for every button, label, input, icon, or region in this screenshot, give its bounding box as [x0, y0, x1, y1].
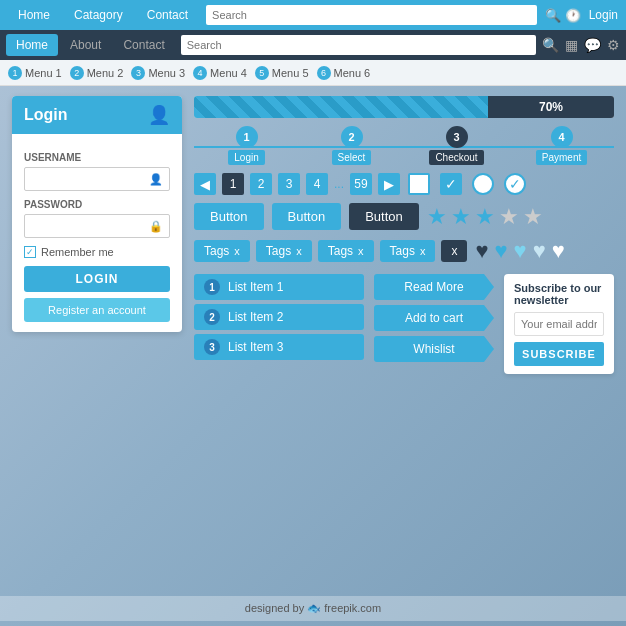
- star-3[interactable]: ★: [475, 204, 495, 230]
- nav1-home[interactable]: Home: [8, 4, 60, 26]
- list-item-1: 1 List Item 1: [194, 274, 364, 300]
- heart-5[interactable]: ♥: [552, 238, 565, 264]
- buttons-stars-row: Button Button Button ★ ★ ★ ★ ★: [194, 203, 614, 230]
- subnav-num-2: 2: [70, 66, 84, 80]
- star-4[interactable]: ★: [499, 204, 519, 230]
- bottom-row: 1 List Item 1 2 List Item 2 3 List Item …: [194, 274, 614, 374]
- next-page-btn[interactable]: ▶: [378, 173, 400, 195]
- remember-checkbox[interactable]: [24, 246, 36, 258]
- tag-3[interactable]: Tags x: [318, 240, 374, 262]
- star-2[interactable]: ★: [451, 204, 471, 230]
- radio-checked[interactable]: [504, 173, 526, 195]
- user-field-icon: 👤: [149, 173, 163, 186]
- button-3[interactable]: Button: [349, 203, 419, 230]
- nav2-icon-group: 🔍 ▦ 💬 ⚙: [542, 37, 620, 53]
- nav2-search-input[interactable]: [181, 35, 536, 55]
- step-circle-1: 1: [236, 126, 258, 148]
- tag-label-2: Tags: [266, 244, 291, 258]
- step-2[interactable]: 2 Select: [299, 126, 404, 165]
- subnav-num-1: 1: [8, 66, 22, 80]
- radio-empty[interactable]: [472, 173, 494, 195]
- tag-label-4: Tags: [390, 244, 415, 258]
- arrow-btn-wishlist[interactable]: Whislist: [374, 336, 494, 362]
- nav1-search-input[interactable]: [206, 5, 537, 25]
- navbar-1: Home Catagory Contact 🔍 🕐 Login: [0, 0, 626, 30]
- login-box: Login 👤 USERNAME 👤 PASSWORD 🔒 Remember m…: [12, 96, 182, 332]
- tag-2[interactable]: Tags x: [256, 240, 312, 262]
- step-label-1: Login: [228, 150, 264, 165]
- list-label-1: List Item 1: [228, 280, 283, 294]
- page-btn-2[interactable]: 2: [250, 173, 272, 195]
- step-4[interactable]: 4 Payment: [509, 126, 614, 165]
- nav1-category[interactable]: Catagory: [64, 4, 133, 26]
- subnav-item-2[interactable]: 2 Menu 2: [70, 66, 124, 80]
- nav2-about[interactable]: About: [60, 34, 111, 56]
- buttons-group: Button Button Button: [194, 203, 419, 230]
- pagination: ◀ 1 2 3 4 ... 59 ▶: [194, 173, 400, 195]
- newsletter-subscribe-button[interactable]: SUBSCRIBE: [514, 342, 604, 366]
- tag-close-2[interactable]: x: [296, 245, 302, 257]
- subnav-num-3: 3: [131, 66, 145, 80]
- progress-label: 70%: [488, 96, 614, 118]
- tags-group: Tags x Tags x Tags x Tags x x: [194, 240, 467, 262]
- register-button[interactable]: Register an account: [24, 298, 170, 322]
- newsletter-panel: Subscribe to our newsletter SUBSCRIBE: [504, 274, 614, 374]
- subnav-item-6[interactable]: 6 Menu 6: [317, 66, 371, 80]
- arrow-btn-readmore[interactable]: Read More: [374, 274, 494, 300]
- footer-site: freepik.com: [324, 602, 381, 614]
- tag-close-4[interactable]: x: [420, 245, 426, 257]
- step-label-4: Payment: [536, 150, 587, 165]
- heart-1[interactable]: ♥: [475, 238, 488, 264]
- checkbox-checked[interactable]: ✓: [440, 173, 462, 195]
- tag-1[interactable]: Tags x: [194, 240, 250, 262]
- subnav-item-5[interactable]: 5 Menu 5: [255, 66, 309, 80]
- page-btn-1[interactable]: 1: [222, 173, 244, 195]
- footer: designed by 🐟 freepik.com: [0, 596, 626, 621]
- star-1[interactable]: ★: [427, 204, 447, 230]
- newsletter-email-input[interactable]: [514, 312, 604, 336]
- page-btn-4[interactable]: 4: [306, 173, 328, 195]
- step-3[interactable]: 3 Checkout: [404, 126, 509, 165]
- nav2-home[interactable]: Home: [6, 34, 58, 56]
- page-btn-last[interactable]: 59: [350, 173, 372, 195]
- nav1-contact[interactable]: Contact: [137, 4, 198, 26]
- subnav-num-5: 5: [255, 66, 269, 80]
- page-btn-3[interactable]: 3: [278, 173, 300, 195]
- nav1-login[interactable]: Login: [589, 8, 618, 22]
- login-title: Login: [24, 106, 68, 124]
- list-num-2: 2: [204, 309, 220, 325]
- subnav-item-4[interactable]: 4 Menu 4: [193, 66, 247, 80]
- subnav-num-4: 4: [193, 66, 207, 80]
- password-input-display[interactable]: 🔒: [24, 214, 170, 238]
- star-5[interactable]: ★: [523, 204, 543, 230]
- grid-icon[interactable]: ▦: [565, 37, 578, 53]
- step-1[interactable]: 1 Login: [194, 126, 299, 165]
- settings-icon[interactable]: ⚙: [607, 37, 620, 53]
- subnav-item-1[interactable]: 1 Menu 1: [8, 66, 62, 80]
- footer-text: designed by: [245, 602, 304, 614]
- tag-4[interactable]: Tags x: [380, 240, 436, 262]
- nav2-contact[interactable]: Contact: [113, 34, 174, 56]
- subnav-label-2: Menu 2: [87, 67, 124, 79]
- tag-x-label: x: [451, 244, 457, 258]
- subnav-item-3[interactable]: 3 Menu 3: [131, 66, 185, 80]
- list-num-3: 3: [204, 339, 220, 355]
- list-label-2: List Item 2: [228, 310, 283, 324]
- subnav-label-3: Menu 3: [148, 67, 185, 79]
- button-1[interactable]: Button: [194, 203, 264, 230]
- chat-icon[interactable]: 💬: [584, 37, 601, 53]
- prev-page-btn[interactable]: ◀: [194, 173, 216, 195]
- heart-3[interactable]: ♥: [514, 238, 527, 264]
- heart-4[interactable]: ♥: [533, 238, 546, 264]
- username-input-display[interactable]: 👤: [24, 167, 170, 191]
- checkbox-empty[interactable]: [408, 173, 430, 195]
- tag-x-only[interactable]: x: [441, 240, 467, 262]
- tag-close-1[interactable]: x: [234, 245, 240, 257]
- tag-close-3[interactable]: x: [358, 245, 364, 257]
- left-panel: Login 👤 USERNAME 👤 PASSWORD 🔒 Remember m…: [12, 96, 182, 586]
- login-button[interactable]: LOGIN: [24, 266, 170, 292]
- step-label-2: Select: [332, 150, 372, 165]
- heart-2[interactable]: ♥: [495, 238, 508, 264]
- arrow-btn-addtocart[interactable]: Add to cart: [374, 305, 494, 331]
- button-2[interactable]: Button: [272, 203, 342, 230]
